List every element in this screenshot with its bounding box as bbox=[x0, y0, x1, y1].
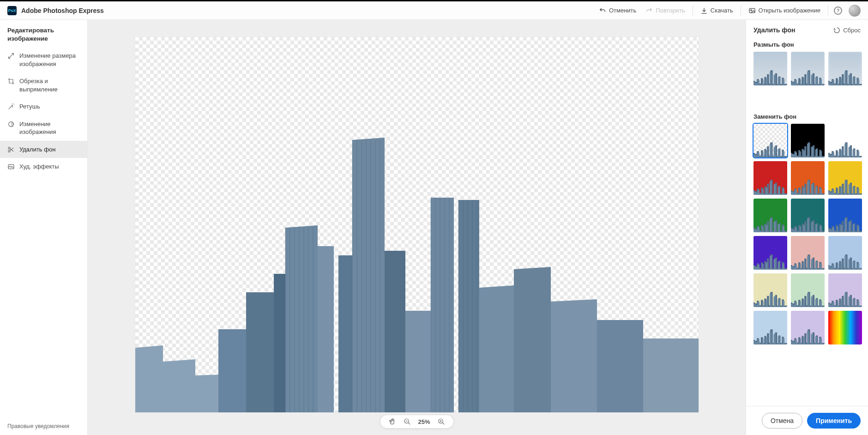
replace-option-cream[interactable] bbox=[753, 273, 787, 307]
sidebar-item-effects[interactable]: Худ. эффекты bbox=[0, 158, 87, 175]
download-button[interactable]: Скачать bbox=[696, 4, 738, 17]
svg-point-4 bbox=[8, 150, 10, 152]
right-panel: Удалить фон Сброс Размыть фон Заменить ф… bbox=[746, 20, 868, 435]
reset-button[interactable]: Сброс bbox=[833, 26, 861, 34]
canvas-image bbox=[135, 89, 699, 412]
replace-options-grid bbox=[752, 124, 862, 350]
crop-icon bbox=[7, 78, 15, 85]
svg-point-1 bbox=[750, 10, 752, 11]
download-icon bbox=[700, 7, 708, 14]
replace-option-lilac[interactable] bbox=[791, 311, 825, 344]
app-logo-icon: PsX bbox=[7, 6, 17, 15]
blur-option-blur-high[interactable] bbox=[828, 52, 862, 85]
retouch-icon bbox=[7, 103, 15, 110]
replace-option-orange[interactable] bbox=[791, 161, 825, 195]
hand-tool-icon[interactable] bbox=[388, 418, 396, 425]
replace-option-red[interactable] bbox=[753, 161, 787, 195]
resize-icon bbox=[7, 52, 15, 60]
canvas-area: 25% bbox=[88, 20, 746, 435]
zoom-controls: 25% bbox=[380, 415, 453, 429]
sidebar-item-label: Худ. эффекты bbox=[19, 163, 59, 171]
undo-icon bbox=[599, 7, 606, 14]
effects-icon bbox=[7, 163, 15, 170]
canvas[interactable] bbox=[135, 36, 699, 413]
zoom-level: 25% bbox=[418, 418, 430, 425]
apply-button[interactable]: Применить bbox=[807, 413, 861, 429]
open-image-button[interactable]: Открыть изображение bbox=[744, 4, 825, 17]
redo-button[interactable]: Повторить bbox=[641, 4, 689, 17]
open-image-label: Открыть изображение bbox=[759, 7, 820, 14]
zoom-out-icon[interactable] bbox=[403, 418, 410, 425]
blur-section-label: Размыть фон bbox=[752, 37, 862, 52]
sidebar-item-label: Изменение размера изображения bbox=[19, 52, 80, 68]
sidebar-item-adjust[interactable]: Изменение изображения bbox=[0, 115, 87, 141]
scissors-icon bbox=[7, 146, 15, 153]
replace-option-yellow[interactable] bbox=[828, 161, 862, 195]
image-icon bbox=[748, 7, 756, 14]
replace-section-label: Заменить фон bbox=[752, 109, 862, 124]
divider bbox=[741, 6, 741, 16]
reset-icon bbox=[833, 26, 840, 34]
left-sidebar: Редактировать изображение Изменение разм… bbox=[0, 20, 88, 435]
svg-point-3 bbox=[8, 147, 10, 149]
replace-option-transparent[interactable] bbox=[753, 124, 787, 157]
zoom-in-icon[interactable] bbox=[438, 418, 445, 425]
undo-button[interactable]: Отменить bbox=[594, 4, 641, 17]
replace-option-purple[interactable] bbox=[753, 236, 787, 270]
sidebar-item-retouch[interactable]: Ретушь bbox=[0, 98, 87, 115]
blur-option-blur-none[interactable] bbox=[753, 52, 787, 85]
top-bar: PsX Adobe Photoshop Express Отменить Пов… bbox=[0, 0, 868, 20]
sidebar-item-label: Изменение изображения bbox=[19, 120, 80, 136]
redo-icon bbox=[645, 7, 653, 14]
sidebar-item-label: Обрезка и выпрямление bbox=[19, 77, 80, 93]
app-title: Adobe Photoshop Express bbox=[21, 7, 104, 14]
blur-options-grid bbox=[752, 52, 862, 91]
replace-option-white[interactable] bbox=[828, 124, 862, 157]
sidebar-item-label: Удалить фон bbox=[19, 145, 55, 154]
panel-title: Удалить фон bbox=[753, 26, 795, 34]
replace-option-teal[interactable] bbox=[791, 199, 825, 232]
user-avatar[interactable] bbox=[849, 5, 861, 17]
replace-option-pink[interactable] bbox=[791, 236, 825, 270]
replace-option-skyblue[interactable] bbox=[753, 311, 787, 344]
sidebar-item-crop[interactable]: Обрезка и выпрямление bbox=[0, 72, 87, 98]
sidebar-item-label: Ретушь bbox=[19, 103, 40, 111]
blur-option-blur-low[interactable] bbox=[791, 52, 825, 85]
replace-option-mint[interactable] bbox=[791, 273, 825, 307]
replace-option-blue[interactable] bbox=[828, 199, 862, 232]
help-icon: ? bbox=[834, 6, 842, 15]
undo-label: Отменить bbox=[609, 7, 636, 14]
download-label: Скачать bbox=[711, 7, 733, 14]
legal-link[interactable]: Правовые уведомления bbox=[0, 417, 87, 435]
replace-option-ltblue[interactable] bbox=[828, 236, 862, 270]
sidebar-item-resize[interactable]: Изменение размера изображения bbox=[0, 47, 87, 72]
reset-label: Сброс bbox=[843, 27, 861, 34]
replace-option-black[interactable] bbox=[791, 124, 825, 157]
adjust-icon bbox=[7, 121, 15, 128]
divider bbox=[828, 6, 828, 16]
replace-option-rainbow[interactable] bbox=[828, 311, 862, 344]
replace-option-green[interactable] bbox=[753, 199, 787, 232]
sidebar-header: Редактировать изображение bbox=[0, 20, 87, 47]
sidebar-item-remove-bg[interactable]: Удалить фон bbox=[0, 141, 87, 158]
redo-label: Повторить bbox=[656, 7, 685, 14]
replace-option-lavender[interactable] bbox=[828, 273, 862, 307]
cancel-button[interactable]: Отмена bbox=[762, 413, 802, 429]
help-button[interactable]: ? bbox=[831, 4, 845, 18]
divider bbox=[693, 6, 693, 16]
